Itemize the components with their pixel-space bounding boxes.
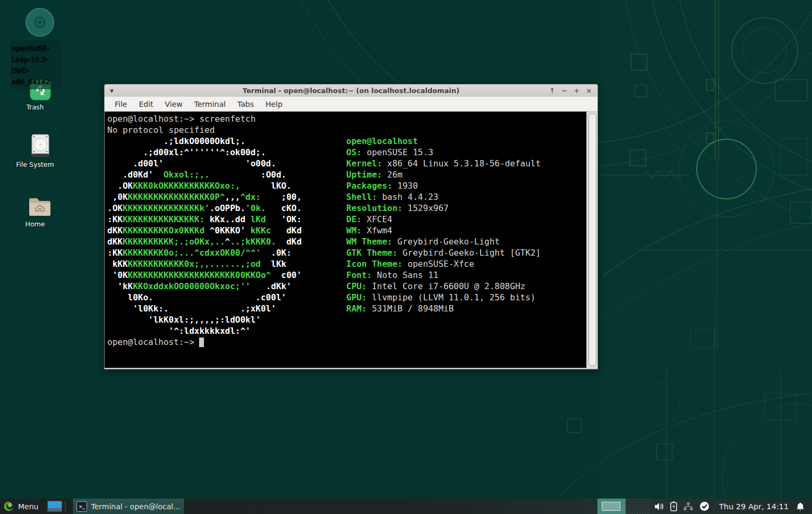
terminal-line: l0Ko. .c00l' <box>107 292 302 303</box>
terminal-line: Uptime: 26m <box>346 169 541 180</box>
battery-charging-icon[interactable] <box>670 501 677 511</box>
menu-edit[interactable]: Edit <box>133 100 159 108</box>
panel-grip[interactable] <box>65 502 70 511</box>
terminal-line: No protocol specified <box>107 124 255 136</box>
terminal-line: CPU: Intel Core i7-6600U @ 2.808GHz <box>346 281 541 292</box>
minimize-button[interactable]: − <box>561 86 568 96</box>
terminal-history: open@localhost:~> screenfetchNo protocol… <box>107 113 255 136</box>
terminal-line: GPU: llvmpipe (LLVM 11.0.1, 256 bits) <box>346 292 541 303</box>
terminal-line: 'l0Kk:. .;xK0l' <box>107 303 302 314</box>
menubar: FileEditViewTerminalTabsHelp <box>105 97 597 112</box>
menu-help[interactable]: Help <box>260 100 288 108</box>
scrollbar-thumb[interactable] <box>588 113 596 366</box>
desktop-icon-home[interactable]: Home <box>14 196 56 229</box>
shade-button[interactable]: ↑ <box>549 86 556 96</box>
terminal-line: 'lkK0xl:;,,,,;:ldO0kl' <box>107 314 302 325</box>
menu-view[interactable]: View <box>159 100 189 108</box>
terminal-line: .OKKKKKKKKKKKKKKKKk'.oOPPb.'0k. cKO. <box>107 203 302 214</box>
terminal-prompt: open@localhost:~> <box>107 336 204 348</box>
clock[interactable]: Thu 29 Apr, 14:11 <box>714 502 794 511</box>
desktop-pager-thumbnail[interactable] <box>48 501 62 511</box>
maximize-button[interactable]: + <box>573 86 580 96</box>
system-tray <box>650 501 714 511</box>
menu-tabs[interactable]: Tabs <box>232 100 260 108</box>
icon-label: Trash <box>14 103 56 112</box>
network-icon[interactable] <box>683 502 694 511</box>
terminal-line: open@localhost:~> screenfetch <box>107 113 255 124</box>
desktop: Trash openSUSE-Leap-15.3-DVD-x86_64142 F… <box>0 0 812 514</box>
terminal-line: GTK Theme: Greybird-Geeko-Light [GTK2] <box>346 247 541 258</box>
terminal-line: .d0Kd' Okxol:;,. :O0d. <box>107 169 302 180</box>
terminal-line: .;ldkO0000Okdl;. <box>107 136 302 147</box>
terminal-line: dKKKKKKKKKKKK;.;oOKx,..^..;kKKK0. dKd <box>107 236 302 247</box>
menu-file[interactable]: File <box>109 100 133 108</box>
terminal-line: '^:ldxkkkkxdl:^' <box>107 325 302 336</box>
terminal-line: .OKKKK0kOKKKKKKKKKKOxo:, lKO. <box>107 180 302 191</box>
terminal-line: RAM: 531MiB / 8948MiB <box>346 303 541 314</box>
terminal-line: Shell: bash 4.4.23 <box>346 191 541 203</box>
terminal-line: kKKKKKKKKKKKKK0x;,,......,;od lKk <box>107 258 302 269</box>
icon-label: File System <box>14 160 56 169</box>
terminal-app-icon: >_ <box>76 501 87 512</box>
terminal-line: Font: Noto Sans 11 <box>346 269 541 281</box>
terminal-line: dKKKKKKKKKKKOx0KKKd ^0KKKO' kKKc dKd <box>107 225 302 236</box>
terminal-viewport[interactable]: open@localhost:~> screenfetchNo protocol… <box>105 112 597 368</box>
menu-terminal[interactable]: Terminal <box>189 100 232 108</box>
screenfetch-system-info: open@localhostOS: openSUSE 15.3Kernel: x… <box>346 136 541 314</box>
window-bottom-border <box>105 368 597 369</box>
dvd-disc-icon <box>25 7 55 37</box>
task-label: Terminal - open@local... <box>91 502 180 511</box>
terminal-window: ▼ Terminal - open@localhost:~ (on localh… <box>104 84 598 369</box>
terminal-line: Kernel: x86_64 Linux 5.3.18-56-default <box>346 158 541 169</box>
notifications-button[interactable] <box>794 502 812 511</box>
opensuse-geeko-icon <box>3 501 14 512</box>
terminal-line: .;d00xl:^''''''^:ok00d;. <box>107 147 302 158</box>
terminal-line: :KKKKKKKKKKKKKKKKK: kKx..dd lKd 'OK: <box>107 214 302 225</box>
taskbar-task-terminal[interactable]: >_ Terminal - open@local... <box>72 499 185 514</box>
terminal-line: Packages: 1930 <box>346 180 541 191</box>
icon-label: Home <box>14 220 56 229</box>
scrollbar[interactable] <box>586 112 597 368</box>
text-cursor <box>199 338 204 347</box>
applications-menu-button[interactable]: Menu <box>0 499 44 514</box>
terminal-line: ,0KKKKKKKKKKKKKKKKK0P^,,,^dx: ;00, <box>107 191 302 203</box>
terminal-line: WM Theme: Greybird-Geeko-Light <box>346 236 541 247</box>
screenfetch-ascii-art: .;ldkO0000Okdl;. .;d00xl:^''''''^:ok00d;… <box>107 136 302 336</box>
terminal-line: DE: XFCE4 <box>346 214 541 225</box>
terminal-line: .d00l' 'o00d. <box>107 158 302 169</box>
workspace-window-outline <box>602 502 620 511</box>
terminal-line: open@localhost <box>346 136 541 147</box>
terminal-line: WM: Xfwm4 <box>346 225 541 236</box>
desktop-icon-dvd[interactable] <box>11 7 59 39</box>
home-folder-icon <box>28 196 52 218</box>
titlebar[interactable]: ▼ Terminal - open@localhost:~ (on localh… <box>105 85 597 97</box>
volume-icon[interactable] <box>654 502 664 511</box>
systray-grip-dots <box>626 499 650 514</box>
bell-icon <box>796 502 805 511</box>
terminal-line: 'kKKKOxddxkOO00000Okxoc;'' .dKk' <box>107 281 302 292</box>
workspace-switcher[interactable] <box>597 499 626 514</box>
terminal-line: Icon Theme: openSUSE-Xfce <box>346 258 541 269</box>
icon-label-dvd[interactable]: openSUSE-Leap-15.3-DVD-x86_64142 <box>11 40 62 89</box>
taskbar: Menu >_ Terminal - open@local... <box>0 499 812 514</box>
terminal-line: OS: openSUSE 15.3 <box>346 147 541 158</box>
updates-ok-icon[interactable] <box>699 501 710 511</box>
window-menu-icon[interactable]: ▼ <box>110 88 114 94</box>
terminal-line: :KKKKKKKKKK0o;...^cdxxOK00/^^' .0K: <box>107 247 302 258</box>
desktop-icon-filesystem[interactable]: File System <box>14 134 56 169</box>
window-title: Terminal - open@localhost:~ (on localhos… <box>105 87 597 95</box>
close-button[interactable]: × <box>585 86 593 96</box>
menu-button-label: Menu <box>18 502 38 511</box>
terminal-line: '0KKKKKKKKKKKKKKKKKKKKKK00KKOo^ c00' <box>107 269 302 281</box>
terminal-line: Resolution: 812x514 <box>346 203 541 214</box>
hard-drive-icon <box>29 134 52 158</box>
